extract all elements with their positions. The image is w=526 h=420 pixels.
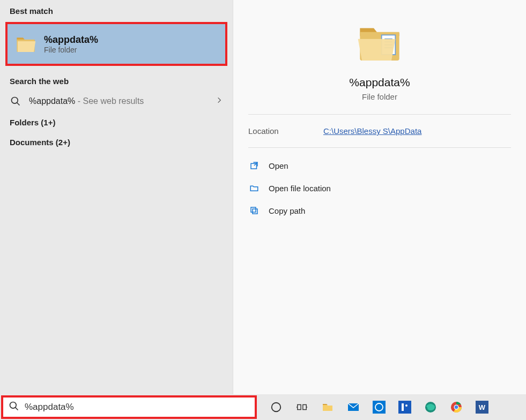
svg-text:W: W	[479, 403, 486, 411]
open-icon	[248, 160, 260, 171]
svg-rect-9	[253, 209, 257, 214]
svg-rect-21	[398, 401, 411, 414]
web-suffix: - See web results	[75, 96, 144, 106]
edge-icon[interactable]	[421, 398, 440, 417]
svg-line-1	[17, 103, 20, 106]
svg-rect-14	[298, 404, 301, 409]
file-explorer-icon[interactable]	[318, 398, 337, 417]
svg-point-11	[10, 402, 17, 409]
copy-path-label: Copy path	[269, 206, 305, 215]
folder-large-icon	[356, 19, 403, 66]
svg-point-0	[12, 98, 18, 104]
results-pane: Best match %appdata% File folder Search …	[0, 0, 233, 394]
result-subtitle: File folder	[44, 46, 98, 54]
open-file-location-action[interactable]: Open file location	[248, 177, 511, 199]
mail-icon[interactable]	[344, 398, 363, 417]
word-icon[interactable]: W	[472, 398, 492, 417]
copy-icon	[248, 205, 260, 216]
folder-icon	[15, 33, 36, 55]
svg-rect-10	[251, 207, 256, 212]
dell-app-icon[interactable]	[369, 398, 389, 417]
best-match-heading: Best match	[0, 0, 233, 20]
chevron-right-icon	[216, 96, 223, 106]
best-match-result[interactable]: %appdata% File folder	[5, 22, 227, 66]
detail-title: %appdata%	[349, 76, 410, 89]
microsoft-to-do-icon[interactable]	[395, 398, 414, 417]
open-label: Open	[269, 161, 288, 170]
chrome-icon[interactable]	[447, 398, 466, 417]
folders-category[interactable]: Folders (1+)	[0, 112, 233, 132]
svg-rect-22	[402, 403, 404, 411]
open-action[interactable]: Open	[248, 154, 511, 177]
search-web-heading: Search the web	[0, 70, 233, 90]
folder-location-icon	[248, 182, 260, 194]
open-file-location-label: Open file location	[269, 184, 331, 193]
search-icon	[10, 95, 21, 107]
svg-line-12	[16, 408, 18, 410]
search-input[interactable]	[25, 402, 255, 412]
svg-point-27	[455, 406, 458, 409]
search-icon	[9, 401, 19, 414]
location-link[interactable]: C:\Users\Blessy S\AppData	[323, 126, 421, 136]
result-title: %appdata%	[44, 34, 98, 46]
search-web-row[interactable]: %appdata% - See web results	[0, 90, 233, 112]
svg-rect-19	[373, 401, 386, 414]
copy-path-action[interactable]: Copy path	[248, 199, 511, 222]
web-query: %appdata%	[29, 96, 75, 106]
taskbar: W	[0, 394, 526, 420]
svg-point-23	[405, 404, 408, 407]
detail-subtitle: File folder	[362, 92, 397, 101]
svg-point-13	[272, 403, 281, 412]
task-view-icon[interactable]	[292, 398, 312, 417]
taskbar-search[interactable]	[1, 395, 257, 419]
detail-pane: %appdata% File folder Location C:\Users\…	[233, 0, 526, 394]
documents-category[interactable]: Documents (2+)	[0, 132, 233, 152]
cortana-icon[interactable]	[266, 398, 286, 417]
svg-rect-15	[303, 404, 306, 409]
location-label: Location	[248, 126, 323, 136]
